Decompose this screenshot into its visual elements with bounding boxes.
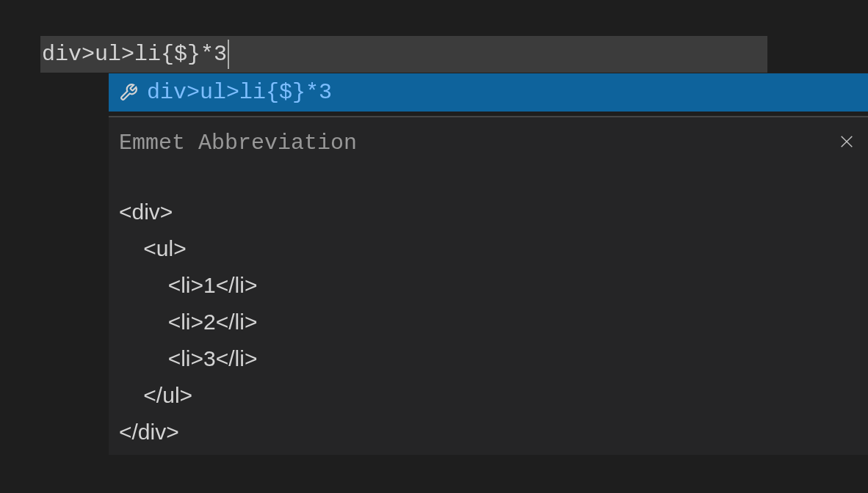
close-icon[interactable] [839,134,855,150]
documentation-content: <div> <ul> <li>1</li> <li>2</li> <li>3</… [109,156,868,461]
editor-input[interactable]: div>ul>li{$}*3 [40,36,767,73]
documentation-header: Emmet Abbreviation [109,117,868,156]
editor-input-text: div>ul>li{$}*3 [42,42,227,67]
suggestion-item[interactable]: div>ul>li{$}*3 [109,73,868,112]
documentation-title: Emmet Abbreviation [119,131,357,156]
suggestion-text: div>ul>li{$}*3 [147,80,332,105]
documentation-panel: Emmet Abbreviation <div> <ul> <li>1</li>… [109,116,868,455]
wrench-icon [119,83,138,102]
text-cursor [228,40,229,69]
